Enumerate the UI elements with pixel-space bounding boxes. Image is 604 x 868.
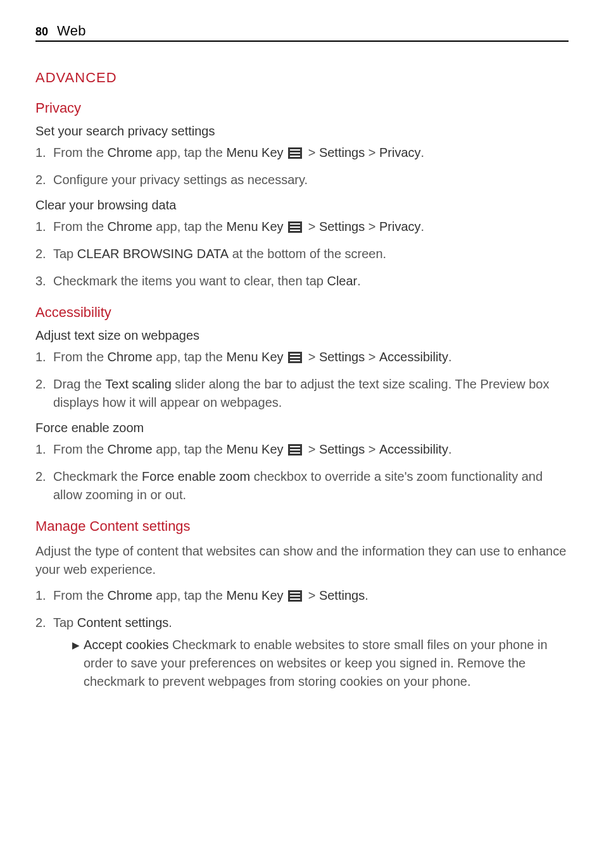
step-body: From the Chrome app, tap the Menu Key > … — [53, 144, 569, 162]
step-item: 1. From the Chrome app, tap the Menu Key… — [35, 586, 569, 605]
step-number: 1. — [35, 218, 53, 236]
step-body: From the Chrome app, tap the Menu Key > … — [53, 218, 569, 236]
step-item: 2. Tap CLEAR BROWSING DATA at the bottom… — [35, 245, 569, 263]
step-body: Tap Content settings. ▶ Accept cookies C… — [53, 614, 569, 693]
step-body: Tap CLEAR BROWSING DATA at the bottom of… — [53, 245, 569, 263]
page-number: 80 — [35, 25, 48, 39]
subtitle-search-privacy: Set your search privacy settings — [35, 124, 569, 139]
steps-text-size: 1. From the Chrome app, tap the Menu Key… — [35, 348, 569, 412]
menu-key-icon — [288, 352, 302, 363]
step-item: 2. Drag the Text scaling slider along th… — [35, 375, 569, 412]
step-number: 2. — [35, 614, 53, 693]
header-title: Web — [57, 23, 86, 39]
step-number: 3. — [35, 272, 53, 290]
step-body: Checkmark the items you want to clear, t… — [53, 272, 569, 290]
step-body: Drag the Text scaling slider along the b… — [53, 375, 569, 412]
step-number: 1. — [35, 144, 53, 162]
steps-manage-content: 1. From the Chrome app, tap the Menu Key… — [35, 586, 569, 693]
step-body: From the Chrome app, tap the Menu Key > … — [53, 586, 569, 605]
manual-page: 80 Web ADVANCED Privacy Set your search … — [0, 0, 604, 728]
step-item: 2. Tap Content settings. ▶ Accept cookie… — [35, 614, 569, 693]
step-number: 1. — [35, 440, 53, 459]
step-number: 1. — [35, 348, 53, 366]
heading-accessibility: Accessibility — [35, 304, 569, 321]
subtitle-clear-data: Clear your browsing data — [35, 198, 569, 213]
step-number: 1. — [35, 586, 53, 605]
step-item: 1. From the Chrome app, tap the Menu Key… — [35, 218, 569, 236]
menu-key-icon — [288, 444, 302, 456]
step-number: 2. — [35, 375, 53, 412]
content-settings-sublist: ▶ Accept cookies Checkmark to enable web… — [53, 636, 569, 691]
menu-key-icon — [288, 221, 302, 233]
sublist-body: Accept cookies Checkmark to enable websi… — [84, 636, 569, 691]
steps-force-zoom: 1. From the Chrome app, tap the Menu Key… — [35, 440, 569, 504]
step-item: 1. From the Chrome app, tap the Menu Key… — [35, 144, 569, 162]
page-header: 80 Web — [35, 23, 569, 42]
step-number: 2. — [35, 468, 53, 504]
heading-advanced: ADVANCED — [35, 70, 569, 86]
subtitle-force-zoom: Force enable zoom — [35, 421, 569, 435]
menu-key-icon — [288, 590, 302, 602]
heading-privacy: Privacy — [35, 100, 569, 116]
subtitle-text-size: Adjust text size on webpages — [35, 328, 569, 343]
step-body: Checkmark the Force enable zoom checkbox… — [53, 468, 569, 504]
heading-manage-content: Manage Content settings — [35, 518, 569, 535]
step-number: 2. — [35, 245, 53, 263]
step-body: From the Chrome app, tap the Menu Key > … — [53, 348, 569, 366]
step-item: 3. Checkmark the items you want to clear… — [35, 272, 569, 290]
step-item: 2. Configure your privacy settings as ne… — [35, 171, 569, 189]
step-item: 1. From the Chrome app, tap the Menu Key… — [35, 348, 569, 366]
steps-clear-data: 1. From the Chrome app, tap the Menu Key… — [35, 218, 569, 290]
menu-key-icon — [288, 147, 302, 159]
step-body: From the Chrome app, tap the Menu Key > … — [53, 440, 569, 459]
step-item: 1. From the Chrome app, tap the Menu Key… — [35, 440, 569, 459]
step-item: 2. Checkmark the Force enable zoom check… — [35, 468, 569, 504]
step-body: Configure your privacy settings as neces… — [53, 171, 569, 189]
step-number: 2. — [35, 171, 53, 189]
sublist-item: ▶ Accept cookies Checkmark to enable web… — [72, 636, 569, 691]
steps-search-privacy: 1. From the Chrome app, tap the Menu Key… — [35, 144, 569, 189]
triangle-bullet-icon: ▶ — [72, 636, 84, 691]
manage-content-intro: Adjust the type of content that websites… — [35, 542, 569, 579]
